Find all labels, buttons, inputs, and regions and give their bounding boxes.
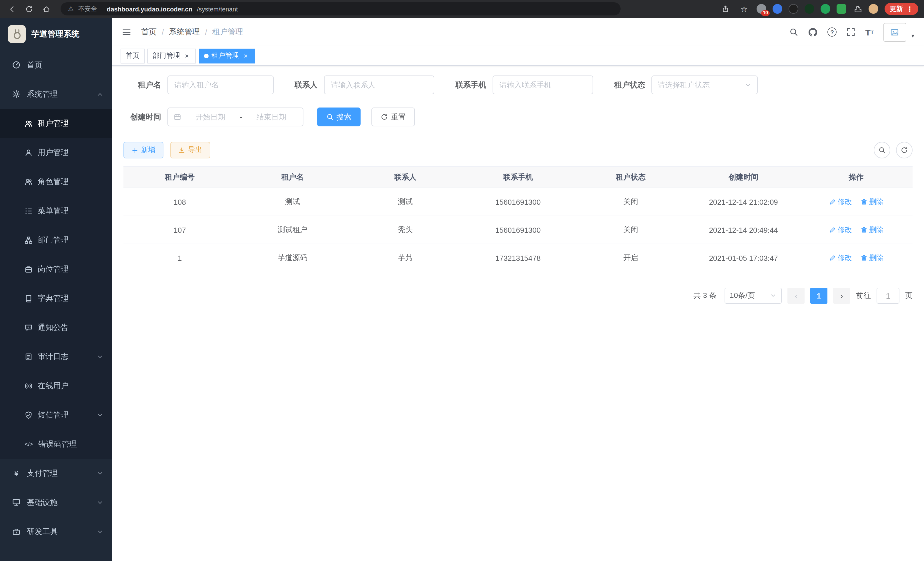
browser-back-button[interactable] — [6, 3, 18, 15]
sidebar-item-system[interactable]: 系统管理 — [0, 80, 112, 109]
sidebar-item-payment[interactable]: ¥ 支付管理 — [0, 459, 112, 488]
sidebar-item-sms[interactable]: 短信管理 — [0, 400, 112, 429]
sidebar-item-home[interactable]: 首页 — [0, 50, 112, 80]
search-button[interactable]: 搜索 — [317, 108, 361, 126]
cell-contact: 芋艿 — [349, 253, 462, 263]
cell-actions: 修改 删除 — [800, 253, 913, 263]
breadcrumb-separator: / — [205, 28, 207, 36]
extension-icon-3[interactable] — [789, 4, 798, 14]
browser-refresh-button[interactable] — [23, 3, 35, 15]
edit-link[interactable]: 修改 — [829, 253, 852, 263]
sidebar-item-label: 字典管理 — [38, 293, 69, 303]
cell-contact: 测试 — [349, 197, 462, 207]
bookmark-star-icon[interactable]: ☆ — [738, 3, 750, 15]
org-tree-icon — [25, 236, 33, 244]
sidebar-item-post[interactable]: 岗位管理 — [0, 254, 112, 284]
sidebar-item-notice[interactable]: 通知公告 — [0, 313, 112, 342]
field-label: 创建时间 — [123, 112, 161, 122]
next-page-button[interactable]: › — [833, 288, 850, 304]
cell-actions: 修改 删除 — [800, 197, 913, 207]
browser-update-button[interactable]: 更新 ⋮ — [885, 3, 918, 15]
tab-tenant[interactable]: 租户管理 × — [199, 48, 255, 63]
browser-toolbar: ⚠ 不安全 dashboard.yudao.iocoder.cn/system/… — [0, 0, 924, 18]
tab-label: 首页 — [126, 51, 140, 61]
sidebar-item-label: 审计日志 — [38, 351, 69, 362]
sidebar-item-label: 研发工具 — [27, 526, 58, 537]
extension-icon-4[interactable] — [805, 4, 814, 14]
delete-link[interactable]: 删除 — [861, 225, 884, 235]
tab-home[interactable]: 首页 — [121, 48, 145, 63]
chevron-up-icon — [97, 91, 104, 98]
close-icon[interactable]: × — [183, 52, 191, 60]
monitor-icon — [12, 498, 21, 507]
url-path: /system/tenant — [197, 5, 238, 12]
sidebar-item-user[interactable]: 用户管理 — [0, 138, 112, 167]
prev-page-button[interactable]: ‹ — [788, 288, 805, 304]
sidebar-item-infrastructure[interactable]: 基础设施 — [0, 488, 112, 517]
sidebar-item-dev-tools[interactable]: 研发工具 — [0, 517, 112, 546]
font-size-icon[interactable] — [866, 28, 874, 36]
phone-input[interactable] — [493, 75, 593, 94]
current-page-button[interactable]: 1 — [810, 288, 827, 304]
toggle-search-button[interactable] — [874, 142, 890, 158]
sidebar-item-dict[interactable]: 字典管理 — [0, 284, 112, 313]
address-divider — [102, 5, 102, 12]
extensions-puzzle-icon[interactable] — [853, 4, 862, 14]
sidebar-item-error-code[interactable]: </> 错误码管理 — [0, 429, 112, 459]
cell-tenant-id: 108 — [123, 198, 236, 206]
page-size-value: 10条/页 — [730, 290, 755, 301]
tenant-name-input[interactable] — [167, 75, 274, 94]
help-icon[interactable] — [828, 27, 837, 37]
field-label: 租户状态 — [608, 80, 645, 90]
sidebar-item-role[interactable]: 角色管理 — [0, 167, 112, 196]
fullscreen-icon[interactable] — [847, 27, 856, 37]
sidebar-item-dept[interactable]: 部门管理 — [0, 225, 112, 254]
delete-link[interactable]: 删除 — [861, 197, 884, 207]
breadcrumb-system[interactable]: 系统管理 — [169, 27, 200, 37]
add-button[interactable]: 新增 — [123, 142, 164, 158]
avatar-caret-down-icon[interactable]: ▾ — [911, 32, 914, 41]
page-size-select[interactable]: 10条/页 — [724, 288, 782, 304]
app-logo[interactable]: 芋道管理系统 — [0, 18, 112, 50]
browser-profile-avatar[interactable] — [868, 4, 878, 14]
refresh-table-button[interactable] — [896, 142, 913, 158]
browser-actions: ☆ 10 更新 ⋮ — [719, 3, 918, 15]
create-time-range-picker[interactable]: 开始日期 - 结束日期 — [167, 108, 303, 126]
extension-icon-2[interactable] — [772, 4, 782, 14]
cell-status: 开启 — [574, 253, 687, 263]
extension-icon-1[interactable]: 10 — [757, 4, 766, 14]
reset-button[interactable]: 重置 — [371, 108, 415, 126]
sidebar-submenu-system: 租户管理 用户管理 角色管理 菜单管理 部门管理 — [0, 109, 112, 459]
sidebar-item-online-users[interactable]: 在线用户 — [0, 371, 112, 400]
sidebar-item-audit-log[interactable]: 审计日志 — [0, 342, 112, 371]
delete-link[interactable]: 删除 — [861, 253, 884, 263]
tab-label: 租户管理 — [212, 51, 239, 61]
share-icon[interactable] — [719, 3, 731, 15]
sidebar-item-label: 角色管理 — [38, 176, 69, 187]
browser-home-button[interactable] — [40, 3, 52, 15]
extension-icon-6[interactable] — [837, 4, 846, 14]
tab-dept[interactable]: 部门管理 × — [147, 48, 196, 63]
github-icon[interactable] — [808, 27, 818, 37]
edit-link[interactable]: 修改 — [829, 225, 852, 235]
column-header: 租户名 — [236, 172, 349, 182]
button-label: 重置 — [391, 112, 406, 122]
not-secure-label: 不安全 — [78, 5, 97, 13]
address-bar[interactable]: ⚠ 不安全 dashboard.yudao.iocoder.cn/system/… — [61, 2, 621, 15]
contact-input[interactable] — [324, 75, 434, 94]
header-search-icon[interactable] — [789, 27, 799, 37]
sidebar-collapse-icon[interactable] — [122, 27, 131, 37]
calendar-icon — [174, 113, 181, 121]
sidebar-item-menu[interactable]: 菜单管理 — [0, 196, 112, 225]
status-select[interactable]: 请选择租户状态 — [651, 75, 758, 94]
chevron-down-icon — [97, 411, 104, 418]
extension-icon-5[interactable] — [820, 4, 830, 14]
export-button[interactable]: 导出 — [170, 142, 210, 158]
user-avatar[interactable] — [884, 23, 906, 41]
column-header: 联系人 — [349, 172, 462, 182]
close-icon[interactable]: × — [242, 52, 250, 60]
breadcrumb-home[interactable]: 首页 — [141, 27, 157, 37]
goto-page-input[interactable] — [877, 288, 899, 304]
edit-link[interactable]: 修改 — [829, 197, 852, 207]
sidebar-item-tenant[interactable]: 租户管理 — [0, 109, 112, 138]
